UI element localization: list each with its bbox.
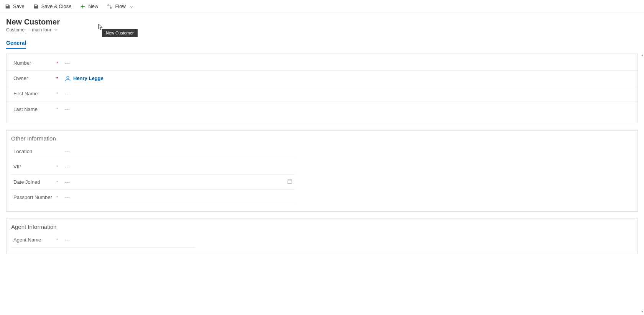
field-number-value[interactable] [63, 60, 633, 66]
field-vip-label: VIP [11, 164, 56, 170]
required-indicator: * [56, 165, 63, 169]
field-last-name[interactable]: Last Name * [7, 101, 637, 117]
svg-point-0 [108, 4, 109, 6]
svg-point-2 [67, 76, 69, 78]
agent-name-input[interactable] [65, 237, 195, 243]
location-input[interactable] [65, 149, 295, 154]
section-agent-title: Agent Information [7, 220, 637, 232]
chevron-down-icon [54, 28, 58, 32]
section-other-information: Other Information Location VIP * Date Jo… [6, 130, 638, 212]
number-input[interactable] [65, 60, 633, 66]
new-label: New [88, 3, 98, 9]
date-joined-input[interactable] [65, 179, 285, 185]
tooltip: New Customer [102, 29, 138, 37]
field-passport-value[interactable] [63, 194, 295, 200]
tab-list: General [0, 34, 644, 49]
field-number-label: Number [11, 60, 56, 66]
passport-input[interactable] [65, 194, 295, 200]
plus-icon [80, 3, 86, 10]
form-header: New Customer Customer · main form [0, 13, 644, 34]
page-title: New Customer [6, 18, 638, 26]
section-other-title: Other Information [7, 132, 637, 144]
field-passport[interactable]: Passport Number * [11, 190, 295, 205]
person-icon [65, 75, 71, 82]
save-close-label: Save & Close [41, 3, 72, 9]
form-selector-label: main form [32, 27, 52, 33]
owner-lookup-chip[interactable]: Henry Legge [65, 75, 104, 82]
tab-general[interactable]: General [6, 40, 26, 49]
scroll-hint: ▾ [641, 309, 643, 313]
required-indicator: * [56, 61, 63, 65]
chevron-down-icon [130, 4, 134, 9]
required-indicator: * [56, 76, 63, 81]
field-agent-name-label: Agent Name [11, 237, 56, 243]
field-last-name-value[interactable] [63, 106, 633, 112]
svg-rect-3 [288, 180, 292, 184]
new-button[interactable]: New [78, 2, 100, 11]
save-button[interactable]: Save [3, 2, 26, 11]
flow-icon [107, 3, 113, 10]
field-owner[interactable]: Owner * Henry Legge [7, 71, 637, 86]
scroll-hint: ▴ [641, 53, 643, 57]
form-selector[interactable]: main form [32, 27, 58, 33]
save-close-icon [33, 3, 39, 10]
separator-dot: · [28, 27, 30, 33]
required-indicator: * [56, 180, 63, 184]
field-passport-label: Passport Number [11, 194, 56, 200]
required-indicator: * [56, 91, 63, 96]
field-date-joined-label: Date Joined [11, 179, 56, 185]
field-location[interactable]: Location [11, 144, 295, 159]
first-name-input[interactable] [65, 91, 633, 96]
field-date-joined-value[interactable] [63, 179, 295, 185]
svg-point-1 [110, 7, 112, 8]
required-indicator: * [56, 195, 63, 200]
field-owner-label: Owner [11, 75, 56, 81]
field-first-name-value[interactable] [63, 91, 633, 96]
section-agent-information: Agent Information Agent Name * [6, 219, 638, 254]
required-indicator: * [56, 238, 63, 242]
field-date-joined[interactable]: Date Joined * [11, 175, 295, 190]
flow-label: Flow [115, 3, 125, 9]
form-subtitle: Customer · main form [6, 27, 638, 33]
field-location-label: Location [11, 149, 56, 154]
field-location-value[interactable] [63, 149, 295, 154]
save-icon [5, 3, 11, 10]
command-bar: Save Save & Close New Flow [0, 0, 644, 13]
field-agent-name-value[interactable] [63, 237, 195, 243]
field-vip[interactable]: VIP * [11, 159, 295, 175]
form-body: Number * Owner * Henry Legge First Name … [0, 49, 644, 273]
field-owner-value[interactable]: Henry Legge [63, 75, 633, 82]
required-indicator: * [56, 107, 63, 111]
calendar-icon[interactable] [287, 179, 292, 185]
last-name-input[interactable] [65, 106, 633, 112]
save-label: Save [13, 3, 25, 9]
field-number[interactable]: Number * [7, 55, 637, 71]
field-first-name[interactable]: First Name * [7, 86, 637, 101]
field-agent-name[interactable]: Agent Name * [11, 232, 195, 248]
entity-label: Customer [6, 27, 26, 33]
flow-button[interactable]: Flow [105, 2, 135, 11]
field-vip-value[interactable] [63, 164, 295, 170]
save-close-button[interactable]: Save & Close [31, 2, 73, 11]
field-first-name-label: First Name [11, 91, 56, 96]
field-last-name-label: Last Name [11, 106, 56, 112]
vip-input[interactable] [65, 164, 295, 170]
owner-name: Henry Legge [73, 75, 104, 81]
section-general: Number * Owner * Henry Legge First Name … [6, 54, 638, 123]
